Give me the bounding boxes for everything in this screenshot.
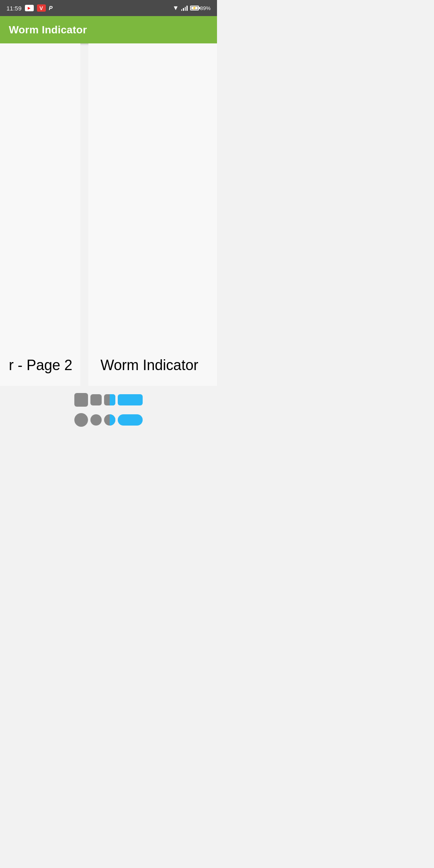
- wifi-icon: ▼: [172, 4, 179, 12]
- signal-icon: [181, 5, 188, 11]
- status-bar: 11:59 V P ▼ ⚡ 89%: [0, 0, 217, 16]
- worm-rect-row: [74, 393, 143, 407]
- page-label-right: Worm Indicator: [100, 357, 198, 374]
- status-time: 11:59: [6, 5, 22, 12]
- battery-bolt-icon: ⚡: [192, 6, 197, 10]
- battery-icon: ⚡: [190, 6, 199, 10]
- bottom-indicators: [0, 386, 217, 434]
- vivaldi-icon: V: [37, 4, 46, 12]
- page-card-right: Worm Indicator: [88, 43, 217, 386]
- worm-circle-row: [74, 413, 143, 427]
- status-bar-left: 11:59 V P: [6, 4, 53, 12]
- circle-indicator-4-active: [118, 414, 143, 426]
- rect-indicator-3-half: [104, 394, 115, 405]
- status-bar-right: ▼ ⚡ 89%: [172, 4, 211, 12]
- main-content: r - Page 2 Worm Indicator: [0, 43, 217, 386]
- battery-percent: 89%: [200, 5, 211, 11]
- page-label-left: r - Page 2: [9, 357, 72, 374]
- app-bar: Worm Indicator: [0, 16, 217, 43]
- circle-indicator-2: [90, 414, 102, 426]
- rect-indicator-4-active: [118, 394, 143, 405]
- app-bar-title: Worm Indicator: [9, 24, 87, 36]
- battery-container: ⚡ 89%: [190, 5, 211, 11]
- circle-indicator-1: [74, 413, 88, 427]
- circle-indicator-3-half: [104, 414, 115, 426]
- page-card-left: r - Page 2: [0, 43, 80, 386]
- pocket-icon: P: [49, 5, 53, 11]
- youtube-icon: [25, 5, 34, 11]
- rect-indicator-2: [90, 394, 102, 405]
- rect-indicator-1: [74, 393, 88, 407]
